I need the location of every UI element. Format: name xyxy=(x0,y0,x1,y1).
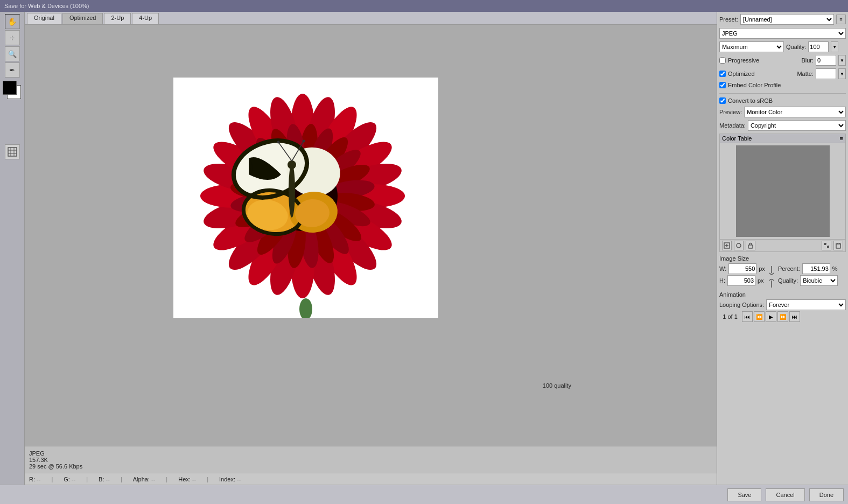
wh-inputs: W: 550 px H: 503 px xyxy=(719,263,765,287)
svg-point-79 xyxy=(303,140,305,143)
anim-last-btn[interactable]: ⏭ xyxy=(789,311,800,322)
status-format: JPEG xyxy=(29,450,712,457)
status-filesize: 157.3K xyxy=(29,457,712,463)
chain-container xyxy=(767,263,776,288)
quality-input[interactable]: 100 xyxy=(808,41,829,52)
ct-new-icon[interactable] xyxy=(722,241,732,250)
svg-point-78 xyxy=(277,141,280,144)
anim-play-btn[interactable]: ▶ xyxy=(766,311,776,322)
ct-delete-icon[interactable] xyxy=(833,241,843,250)
pct-unit: % xyxy=(832,265,838,272)
title-text: Save for Web & Devices (100%) xyxy=(4,3,89,9)
color-table-section: Color Table ≡ xyxy=(719,134,846,252)
color-info-bar: R: -- | G: -- | B: -- | Alpha: -- | Hex:… xyxy=(25,473,717,485)
action-buttons-bar: Save Cancel Done xyxy=(0,485,848,504)
preview-label: Preview: xyxy=(719,109,742,115)
optimized-checkbox[interactable] xyxy=(719,71,726,77)
pipe4: | xyxy=(166,476,167,482)
quality-arrow[interactable]: ▼ xyxy=(831,41,838,52)
hand-tool[interactable]: ✋ xyxy=(5,14,20,29)
frame-counter: 1 of 1 xyxy=(719,313,741,320)
color-table-header: Color Table ≡ xyxy=(720,134,845,143)
color-table-menu-btn[interactable]: ≡ xyxy=(840,135,843,142)
zoom-tool[interactable]: 🔍 xyxy=(5,46,20,61)
h-px-unit: px xyxy=(758,277,764,284)
percent-row: Percent: 151.93 % xyxy=(778,263,838,274)
optimized-label: Optimized xyxy=(728,71,755,77)
percent-quality-inputs: Percent: 151.93 % Quality: Bicubic xyxy=(778,263,838,287)
metadata-select[interactable]: Copyright xyxy=(748,120,846,131)
canvas-area xyxy=(25,25,717,446)
w-label: W: xyxy=(719,265,726,272)
preset-options-btn[interactable]: ≡ xyxy=(836,15,846,24)
preset-select[interactable]: [Unnamed] xyxy=(740,14,834,25)
svg-rect-84 xyxy=(748,245,753,248)
center-area: Original Optimized 2-Up 4-Up xyxy=(25,12,717,504)
svg-rect-89 xyxy=(836,244,840,248)
looping-row: Looping Options: Forever xyxy=(719,299,846,310)
main-layout: ✋ ⊹ 🔍 ✒ Original Optimized 2-Up 4-Up xyxy=(0,12,848,504)
chain-link-icon xyxy=(767,266,776,288)
convert-srgb-checkbox[interactable] xyxy=(719,97,726,104)
percent-input[interactable]: 151.93 xyxy=(802,263,830,274)
cancel-button[interactable]: Cancel xyxy=(766,488,804,501)
image-size-section: Image Size W: 550 px H: 503 px xyxy=(719,255,846,288)
preset-label: Preset: xyxy=(719,16,738,23)
h-label: H: xyxy=(719,277,725,284)
tabs-bar: Original Optimized 2-Up 4-Up xyxy=(25,12,717,25)
anim-first-btn[interactable]: ⏮ xyxy=(742,311,753,322)
status-bar: JPEG 157.3K 29 sec @ 56.6 Kbps 100 quali… xyxy=(25,446,717,473)
blur-input[interactable]: 0 xyxy=(816,55,836,66)
ct-snap-icon[interactable] xyxy=(822,241,831,250)
color-table-icons xyxy=(720,239,845,251)
right-panel: Preset: [Unnamed] ≡ JPEG Maximum Quality… xyxy=(717,12,848,504)
eyedropper-tool[interactable]: ✒ xyxy=(5,62,20,78)
percent-label: Percent: xyxy=(778,265,800,272)
tab-original[interactable]: Original xyxy=(27,13,61,24)
embed-color-label: Embed Color Profile xyxy=(728,82,781,88)
status-quality: 100 quality xyxy=(543,382,571,389)
height-row: H: 503 px xyxy=(719,275,765,286)
quality-resample-select[interactable]: Bicubic xyxy=(800,275,837,286)
svg-rect-0 xyxy=(8,148,17,156)
quality-resample-row: Quality: Bicubic xyxy=(778,275,838,286)
toggle-slices-btn[interactable] xyxy=(5,144,20,159)
svg-rect-85 xyxy=(824,243,826,245)
slice-select-tool[interactable]: ⊹ xyxy=(5,30,20,45)
anim-prev-btn[interactable]: ⏪ xyxy=(754,311,765,322)
svg-point-75 xyxy=(288,160,296,169)
preview-select[interactable]: Monitor Color xyxy=(744,107,846,117)
g-value: G: -- xyxy=(64,476,75,482)
metadata-label: Metadata: xyxy=(719,122,746,129)
save-button[interactable]: Save xyxy=(727,488,761,501)
pipe1: | xyxy=(51,476,53,482)
height-input[interactable]: 503 xyxy=(727,275,755,286)
looping-select[interactable]: Forever xyxy=(766,299,846,310)
svg-rect-86 xyxy=(827,246,829,248)
ct-edit-icon[interactable] xyxy=(734,241,744,250)
foreground-swatch[interactable] xyxy=(3,81,17,95)
blur-arrow[interactable]: ▼ xyxy=(838,55,846,66)
tab-4up[interactable]: 4-Up xyxy=(132,13,159,24)
convert-srgb-label: Convert to sRGB xyxy=(728,97,773,104)
compression-select[interactable]: Maximum xyxy=(719,41,784,52)
embed-color-checkbox[interactable] xyxy=(719,82,726,88)
matte-input[interactable] xyxy=(816,68,836,79)
width-input[interactable]: 550 xyxy=(728,263,756,274)
pipe3: | xyxy=(121,476,122,482)
flower-butterfly-image xyxy=(173,78,438,318)
width-row: W: 550 px xyxy=(719,263,765,274)
image-frame xyxy=(173,78,438,318)
pipe5: | xyxy=(207,476,208,482)
done-button[interactable]: Done xyxy=(809,488,844,501)
w-px-unit: px xyxy=(759,265,765,272)
tab-2up[interactable]: 2-Up xyxy=(104,13,131,24)
convert-srgb-row: Convert to sRGB xyxy=(719,97,846,104)
format-select[interactable]: JPEG xyxy=(719,28,846,39)
matte-arrow[interactable]: ▼ xyxy=(838,68,846,79)
ct-lock-icon[interactable] xyxy=(746,241,755,250)
svg-point-74 xyxy=(289,164,295,218)
tab-optimized[interactable]: Optimized xyxy=(62,13,103,24)
anim-next-btn[interactable]: ⏩ xyxy=(777,311,788,322)
progressive-checkbox[interactable] xyxy=(719,57,726,64)
